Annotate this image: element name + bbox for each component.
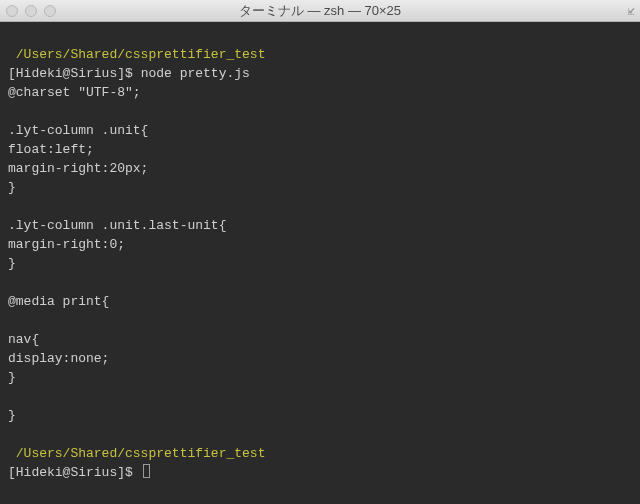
shell-prompt: [Hideki@Sirius]$ (8, 465, 141, 480)
zoom-icon[interactable] (44, 5, 56, 17)
minimize-icon[interactable] (25, 5, 37, 17)
terminal-content[interactable]: /Users/Shared/cssprettifier_test [Hideki… (0, 22, 640, 486)
command-text: node pretty.js (141, 66, 250, 81)
window-titlebar: ターミナル — zsh — 70×25 ⇲ (0, 0, 640, 22)
command-output: @charset "UTF-8"; .lyt-column .unit{ flo… (8, 85, 226, 423)
shell-prompt: [Hideki@Sirius]$ (8, 66, 141, 81)
cwd-line: /Users/Shared/cssprettifier_test (8, 446, 265, 461)
window-title: ターミナル — zsh — 70×25 (0, 2, 640, 20)
fullscreen-icon[interactable]: ⇲ (624, 7, 636, 14)
traffic-lights (6, 5, 56, 17)
cursor-icon (143, 464, 150, 478)
cwd-line: /Users/Shared/cssprettifier_test (8, 47, 265, 62)
close-icon[interactable] (6, 5, 18, 17)
